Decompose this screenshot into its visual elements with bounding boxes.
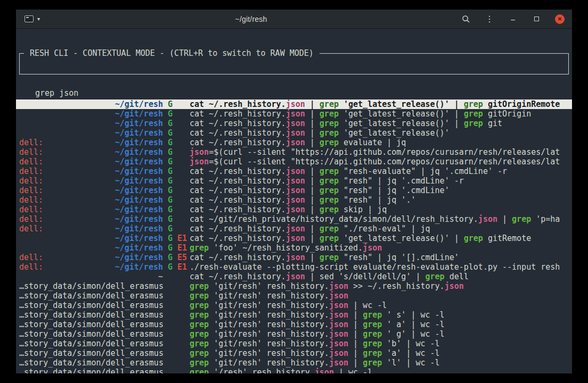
new-terminal-button[interactable]: ▾ xyxy=(23,14,41,23)
command-text: cat ~/.resh_history.json | grep 'get_lat… xyxy=(190,128,572,138)
history-row[interactable]: …story_data/simon/dell_erasmusgrep 'git/… xyxy=(16,329,572,339)
flags: G xyxy=(163,205,190,214)
directory-label: ~/git/resh xyxy=(115,157,163,166)
history-list: ~/git/reshGcat ~/.resh_history.json | gr… xyxy=(16,99,572,373)
history-row[interactable]: …story_data/simon/dell_erasmusgrep 'git/… xyxy=(16,348,572,358)
directory-label: …story_data/simon/dell_erasmus xyxy=(19,301,163,310)
flags: G xyxy=(163,119,190,128)
host-label: dell: xyxy=(19,262,43,272)
history-row[interactable]: ~/git/reshGE1cat ~/.resh_history.json | … xyxy=(16,234,572,243)
command-text: grep 'git/resh' resh_history.json | grep… xyxy=(190,320,572,329)
command-text: grep 'git/resh' resh_history.json xyxy=(190,291,572,301)
restore-icon xyxy=(534,16,539,21)
history-row[interactable]: dell:~/git/reshGcat ~/git/resh_private/h… xyxy=(16,214,572,224)
history-row[interactable]: dell:~/git/reshGE5cat ~/.resh_history.js… xyxy=(16,253,572,262)
flags: GE1 xyxy=(163,234,190,243)
history-row[interactable]: …story_data/simon/dell_erasmusgrep 'git/… xyxy=(16,281,572,291)
history-row[interactable]: …story_data/simon/dell_erasmusgrep 'git/… xyxy=(16,291,572,301)
directory-label: ~/git/resh xyxy=(115,176,163,186)
history-row[interactable]: dell:~/git/reshGjson=$(curl --silent "ht… xyxy=(16,157,572,166)
flags: G xyxy=(163,224,190,234)
command-text: json=$(curl --silent "https://api.github… xyxy=(190,147,572,157)
flag-g: G xyxy=(168,128,173,138)
flag-g: G xyxy=(168,186,173,195)
flag-e1: E1 xyxy=(177,234,187,243)
flags: G xyxy=(163,195,190,205)
host-label: dell: xyxy=(19,138,43,147)
directory-label: …story_data/simon/dell_erasmus xyxy=(19,291,163,301)
flags xyxy=(163,339,190,348)
directory-label: …story_data/simon/dell_erasmus xyxy=(19,281,163,291)
flags: GE1 xyxy=(163,243,190,253)
flags: G xyxy=(163,128,190,138)
history-row[interactable]: …story_data/simon/dell_erasmusgrep 'git/… xyxy=(16,339,572,348)
history-row[interactable]: …story_data/simon/dell_erasmusgrep '/res… xyxy=(16,368,572,373)
command-text: cat ~/git/resh_private/history_data/simo… xyxy=(190,214,572,224)
history-row[interactable]: …story_data/simon/dell_erasmusgrep 'git/… xyxy=(16,301,572,310)
command-text: grep 'git/resh' resh_history.json >> ~/.… xyxy=(190,281,572,291)
flags xyxy=(163,358,190,368)
terminal-window: ▾ ~/git/resh ⋮ − ✕ RESH CLI - CONTEXTUAL… xyxy=(16,10,572,373)
command-text: grep 'foo' ~/resh_history_sanitized.json xyxy=(190,243,572,253)
directory-label: ~/git/resh xyxy=(115,128,163,138)
host-label: dell: xyxy=(19,214,43,224)
history-row[interactable]: dell:~/git/reshGcat ~/.resh_history.json… xyxy=(16,166,572,176)
command-text: cat ~/.resh_history.json | grep 'get_lat… xyxy=(190,234,572,243)
flags xyxy=(163,281,190,291)
flags: G xyxy=(163,214,190,224)
close-button[interactable]: ✕ xyxy=(555,14,565,24)
history-row[interactable]: dell:~/git/reshGcat ~/.resh_history.json… xyxy=(16,176,572,186)
flags: G xyxy=(163,138,190,147)
flag-g: G xyxy=(168,157,173,166)
command-text: grep 'git/resh' resh_history.json | grep… xyxy=(190,339,572,348)
directory-label: …story_data/simon/dell_erasmus xyxy=(19,339,163,348)
titlebar: ▾ ~/git/resh ⋮ − ✕ xyxy=(16,10,572,29)
flag-g: G xyxy=(168,119,173,128)
history-row[interactable]: dell:~/git/reshGE1./resh-evaluate --plot… xyxy=(16,262,572,272)
history-row[interactable]: …story_data/simon/dell_erasmusgrep 'git/… xyxy=(16,320,572,329)
host-label: dell: xyxy=(19,157,43,166)
directory-label: ~/git/resh xyxy=(115,119,163,128)
history-row[interactable]: dell:~/git/reshGjson=$(curl --silent "ht… xyxy=(16,147,572,157)
history-row[interactable]: dell:~/git/reshGcat ~/.resh_history.json… xyxy=(16,195,572,205)
history-row[interactable]: dell:~/git/reshGcat ~/.resh_history.json… xyxy=(16,186,572,195)
history-row[interactable]: dell:~/git/reshGcat ~/.resh_history.json… xyxy=(16,138,572,147)
host-label: dell: xyxy=(19,147,43,157)
command-text: grep 'git/resh' resh_history.json | grep… xyxy=(190,358,572,368)
host-label: dell: xyxy=(19,195,43,205)
host-label: dell: xyxy=(19,186,43,195)
history-row[interactable]: …story_data/simon/dell_erasmusgrep 'git/… xyxy=(16,358,572,368)
command-text: cat ~/.resh_history.json | grep evaluate… xyxy=(190,138,572,147)
flag-e5: E5 xyxy=(177,253,187,262)
history-row[interactable]: dell:~/git/reshGcat ~/.resh_history.json… xyxy=(16,205,572,214)
history-row[interactable]: ~/git/reshGcat ~/.resh_history.json | gr… xyxy=(16,119,572,128)
restore-button[interactable] xyxy=(532,14,541,24)
history-row[interactable]: …story_data/simon/dell_erasmusgrep 'git/… xyxy=(16,310,572,320)
search-query-input[interactable]: grep json xyxy=(20,82,568,98)
flag-g: G xyxy=(168,166,173,176)
directory-label: ~/git/resh xyxy=(115,224,163,234)
flags xyxy=(163,320,190,329)
history-row[interactable]: ~/git/reshGE1grep 'foo' ~/resh_history_s… xyxy=(16,243,572,253)
search-button[interactable] xyxy=(461,14,471,24)
directory-label: ~/git/resh xyxy=(115,253,163,262)
directory-label: ~/git/resh xyxy=(115,195,163,205)
menu-button[interactable]: ⋮ xyxy=(485,14,494,24)
directory-label: …story_data/simon/dell_erasmus xyxy=(19,348,163,358)
minimize-button[interactable]: − xyxy=(508,14,518,24)
directory-label: ~/git/resh xyxy=(115,234,163,243)
terminal-content: RESH CLI - CONTEXTUAL MODE - (CTRL+R to … xyxy=(16,29,572,373)
history-row[interactable]: dell:~/git/reshGcat ~/.resh_history.json… xyxy=(16,224,572,234)
command-text: grep 'git/resh' resh_history.json | grep… xyxy=(190,310,572,320)
flag-e1: E1 xyxy=(177,262,187,272)
directory-label: ~/git/resh xyxy=(115,205,163,214)
flags xyxy=(163,272,190,281)
history-row[interactable]: ~cat ~/.resh_history.json | sed 's/dell/… xyxy=(16,272,572,281)
directory-label: ~/git/resh xyxy=(115,147,163,157)
host-label: dell: xyxy=(19,224,43,234)
flag-g: G xyxy=(168,138,173,147)
flags: G xyxy=(163,147,190,157)
resh-query-box: RESH CLI - CONTEXTUAL MODE - (CTRL+R to … xyxy=(19,53,569,74)
command-text: grep 'git/resh' resh_history.json | wc -… xyxy=(190,301,572,310)
history-row[interactable]: ~/git/reshGcat ~/.resh_history.json | gr… xyxy=(16,128,572,138)
